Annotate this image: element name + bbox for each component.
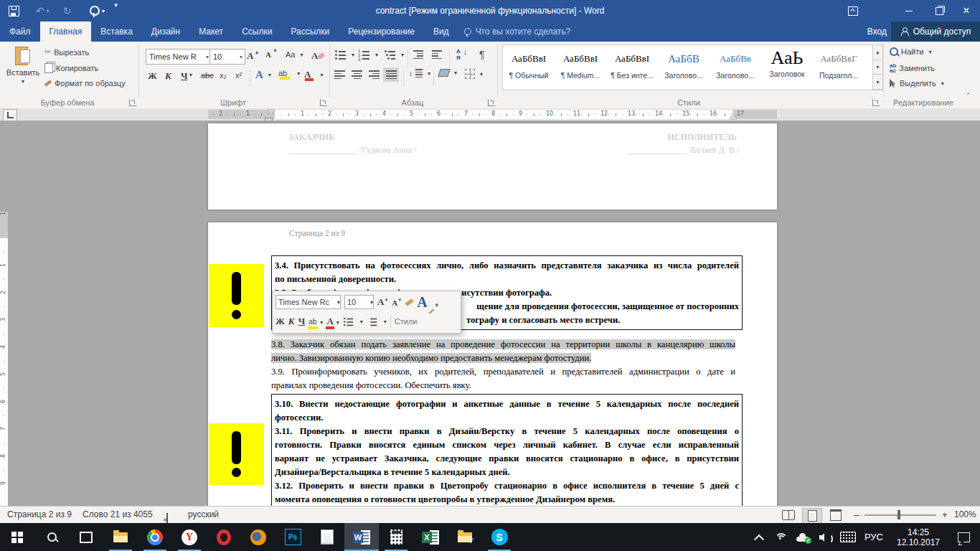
shrink-font-button[interactable]: А▼ [265, 50, 278, 59]
wifi-tray-button[interactable] [771, 523, 791, 551]
doc-line[interactable]: 3.4. Присутствовать на фотосессиях лично… [275, 259, 739, 273]
paragraph-dialog-launcher[interactable] [488, 99, 495, 106]
zoom-out-button[interactable]: – [854, 507, 859, 523]
yandex-browser-button[interactable]: Y [172, 523, 207, 551]
language-indicator[interactable]: русский [188, 507, 219, 523]
font-dialog-launcher[interactable] [320, 99, 327, 106]
clipboard-dialog-launcher[interactable] [129, 99, 136, 106]
subscript-button[interactable]: x₂ [220, 71, 227, 80]
mini-italic-button[interactable]: К [288, 316, 295, 327]
styles-dialog-launcher[interactable] [872, 99, 880, 106]
tab-Рецензирование[interactable]: Рецензирование [339, 22, 424, 42]
print-layout-button[interactable] [802, 508, 822, 524]
increase-indent-button[interactable] [432, 50, 442, 59]
clock[interactable]: 14:2512.10.2017 [890, 523, 947, 551]
page-indicator[interactable]: Страница 2 из 9 [7, 507, 72, 523]
close-button[interactable]: × [954, 0, 979, 22]
tray-expand-button[interactable] [749, 523, 769, 551]
styles-scroll-down-icon[interactable]: ▼ [873, 60, 882, 75]
format-painter-button[interactable]: Формат по образцу [44, 79, 126, 88]
touch-keyboard-button[interactable] [837, 523, 859, 551]
style-card[interactable]: АаБбВЗаголово... [658, 45, 710, 88]
paste-button[interactable]: Вставить▾ [6, 45, 40, 85]
notepad-button[interactable] [310, 523, 344, 551]
grow-font-button[interactable]: А▲ [247, 50, 259, 62]
mini-bold-button[interactable]: Ж [275, 316, 285, 327]
highlight-button[interactable]: ab▾ [278, 69, 300, 77]
mini-grow-font-button[interactable]: А▲ [377, 296, 388, 308]
decrease-indent-button[interactable] [413, 50, 423, 59]
replace-button[interactable]: abacЗаменить [890, 63, 935, 73]
ribbon-display-options-button[interactable] [841, 0, 865, 22]
mini-bullets-button[interactable] [344, 317, 354, 326]
restore-button[interactable] [927, 0, 951, 22]
contract-paragraphs[interactable]: 3.8. Заказчик обязан подать заявление на… [271, 338, 741, 392]
mini-highlight-button[interactable]: ab▾ [308, 317, 323, 326]
excel-button[interactable]: X [413, 523, 448, 551]
font-size-combo[interactable]: 10▾ [209, 49, 245, 65]
mini-shrink-font-button[interactable]: А▼ [392, 298, 402, 307]
web-layout-button[interactable] [826, 508, 845, 522]
style-card[interactable]: АаБбВвГПодзагол... [813, 45, 864, 88]
underline-dropdown[interactable]: ▾ [189, 72, 192, 78]
downloads-folder-button[interactable] [448, 523, 482, 551]
doc-line[interactable]: 3.11. Проверить и внести правки в Дизайн… [275, 425, 739, 438]
doc-line[interactable]: 3.8. Заказчик обязан подать заявление на… [271, 338, 735, 352]
styles-more-icon[interactable]: ▼ [873, 75, 882, 90]
task-view-button[interactable] [69, 523, 103, 551]
doc-line[interactable]: фотосессии. [275, 411, 739, 425]
tab-Макет[interactable]: Макет [189, 22, 232, 42]
line-spacing-button[interactable]: ↕▾ [409, 69, 430, 77]
horizontal-ruler[interactable]: 121234567891011121314151617 [208, 110, 777, 119]
font-family-combo[interactable]: Times New R▾ [146, 49, 212, 65]
document-page-1[interactable]: ЗАКАЗЧИК ИСПОЛНИТЕЛЬ ________________ /Г… [208, 123, 777, 209]
align-left-button[interactable] [334, 70, 345, 79]
strikethrough-button[interactable]: abc [201, 71, 214, 80]
tab-Рассылки[interactable]: Рассылки [281, 22, 339, 42]
chrome-button[interactable] [138, 523, 172, 551]
doc-line[interactable]: Дизайнера/Верстальщика в течение 5 кален… [275, 466, 739, 479]
skype-button[interactable]: S [482, 523, 517, 551]
share-button[interactable]: Общий доступ [891, 22, 980, 42]
word-taskbar-button[interactable]: W [344, 523, 379, 551]
mini-bullets-dropdown[interactable]: ▾ [360, 319, 363, 325]
doc-line[interactable]: вариант не устраивает Заказчика, следующ… [275, 452, 739, 466]
photoshop-button[interactable]: Ps [275, 523, 310, 551]
collapse-ribbon-button[interactable]: ⌃ [966, 92, 971, 99]
document-page-2[interactable]: Страница 2 из 9 3.4. Присутствовать на ф… [208, 222, 777, 506]
align-center-button[interactable] [352, 70, 362, 79]
clear-formatting-button[interactable]: A [311, 50, 324, 62]
text-effects-button[interactable]: A▾ [255, 69, 271, 81]
styles-gallery-scroll[interactable]: ▲▼▼ [872, 44, 883, 90]
superscript-button[interactable]: x² [235, 71, 242, 80]
underline-button[interactable]: Ч [181, 70, 188, 82]
zoom-slider-track[interactable] [864, 514, 936, 516]
styles-gallery[interactable]: АаБбВвI¶ ОбычныйАаБбВвI¶ Medium...АаБбВв… [502, 44, 873, 90]
shading-button[interactable]: ▾ [439, 69, 457, 77]
change-case-button[interactable]: Aa▾ [286, 50, 303, 59]
first-line-indent-marker[interactable] [268, 110, 275, 114]
doc-line[interactable]: 3.10. Внести недостающие фотографии и ан… [275, 397, 739, 411]
doc-line[interactable]: 3.9. Проинформировать учеников, их родит… [271, 365, 735, 379]
sign-in-link[interactable]: Вход [867, 22, 887, 42]
mini-underline-button[interactable]: Ч [298, 316, 306, 327]
numbering-button[interactable]: 123▾ [359, 50, 378, 60]
align-right-button[interactable] [369, 70, 380, 79]
style-card[interactable]: АаБбВвI¶ Без инте... [606, 45, 658, 88]
mini-numbering-button[interactable] [367, 317, 377, 326]
mini-font-family-combo[interactable]: Times New Rc▾ [275, 295, 341, 309]
zoom-in-button[interactable]: + [942, 507, 948, 523]
justify-button[interactable] [383, 67, 399, 82]
style-card[interactable]: АаЬЗаголовок [761, 45, 813, 88]
minimize-button[interactable] [897, 0, 921, 22]
tab-Ссылки[interactable]: Ссылки [232, 22, 281, 42]
bullets-button[interactable]: ▾ [335, 50, 354, 60]
action-center-button[interactable] [951, 523, 976, 551]
zoom-slider-thumb[interactable] [897, 510, 900, 519]
cut-button[interactable]: ✂Вырезать [44, 47, 89, 57]
tab-Вид[interactable]: Вид [424, 22, 458, 42]
mini-font-color-button[interactable]: А▾ [326, 316, 339, 327]
calculator-button[interactable] [379, 523, 413, 551]
file-explorer-button[interactable] [103, 523, 138, 551]
doc-line[interactable]: готовности. Правки вносятся единым списк… [275, 438, 739, 452]
